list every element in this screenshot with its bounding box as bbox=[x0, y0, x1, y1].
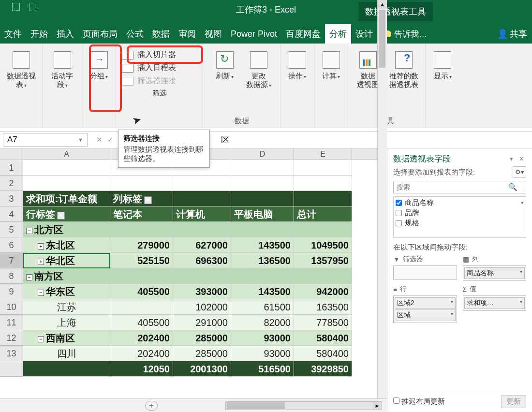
tab-analyze[interactable]: 分析 bbox=[325, 24, 351, 44]
row-header[interactable]: 11 bbox=[0, 315, 23, 330]
chart-icon bbox=[359, 51, 377, 69]
enter-icon[interactable]: ✓ bbox=[107, 135, 114, 144]
group-button[interactable]: 分组 bbox=[84, 45, 115, 125]
collapse-icon[interactable]: − bbox=[38, 290, 44, 296]
tab-design[interactable]: 设计 bbox=[351, 24, 377, 44]
ribbon-group-activefield: 活动字段 bbox=[43, 44, 82, 128]
field-item[interactable]: 商品名称▾ bbox=[396, 198, 524, 208]
slicer-icon bbox=[122, 51, 133, 59]
tab-data[interactable]: 数据 bbox=[148, 24, 174, 44]
activefield-button[interactable]: 活动字段 bbox=[45, 45, 79, 125]
tab-review[interactable]: 审阅 bbox=[174, 24, 200, 44]
dropdown-icon[interactable]: ▾ bbox=[57, 212, 65, 220]
horizontal-scrollbar[interactable]: ◄ ► bbox=[225, 401, 382, 410]
area-columns[interactable]: ▥列 商品名称▾ bbox=[463, 255, 527, 281]
panel-title-bar: 数据透视表字段 ▾ ✕ bbox=[387, 148, 532, 166]
tell-me[interactable]: 告诉我… bbox=[384, 29, 427, 40]
ribbon-group-calc: 计算 bbox=[314, 44, 348, 128]
scroll-thumb[interactable] bbox=[227, 402, 285, 409]
ribbon-group-data: 刷新 更改 数据源 数据 bbox=[203, 44, 281, 128]
sigma-icon: Σ bbox=[463, 285, 467, 293]
ribbon-group-filter: 插入切片器 插入日程表 筛选器连接 筛选 bbox=[116, 44, 203, 128]
panel-controls[interactable]: ▾ ✕ bbox=[510, 155, 526, 162]
gear-icon[interactable]: ⚙▾ bbox=[513, 166, 526, 178]
cancel-icon[interactable]: ✕ bbox=[96, 135, 103, 144]
collapse-icon[interactable]: − bbox=[26, 274, 32, 280]
pivottable-button[interactable]: 数据透视表 bbox=[3, 45, 39, 125]
dropdown-icon[interactable]: ▾ bbox=[144, 196, 152, 204]
pivottable-icon bbox=[13, 51, 30, 69]
calc-button[interactable]: 计算 bbox=[316, 45, 347, 125]
qat-item[interactable] bbox=[30, 3, 37, 11]
tab-home[interactable]: 开始 bbox=[26, 24, 52, 44]
row-header[interactable]: 13 bbox=[0, 346, 23, 361]
search-input[interactable] bbox=[393, 181, 526, 193]
add-sheet-button[interactable]: + bbox=[145, 401, 158, 411]
chevron-down-icon[interactable]: ▾ bbox=[521, 200, 524, 206]
refresh-icon bbox=[216, 51, 234, 69]
expand-icon[interactable]: + bbox=[38, 243, 44, 250]
field-chip[interactable]: 区域2▾ bbox=[395, 297, 456, 309]
tab-baidu[interactable]: 百度网盘 bbox=[281, 24, 325, 44]
recommended-button[interactable]: 推荐的数 据透视表 bbox=[386, 45, 421, 116]
tab-powerpivot[interactable]: Power Pivot bbox=[226, 25, 281, 43]
formula-content[interactable]: 区 bbox=[221, 134, 230, 146]
window-title: 工作簿3 - Excel bbox=[236, 4, 296, 15]
row-header[interactable]: 6 bbox=[0, 237, 23, 253]
field-chip[interactable]: 区域▾ bbox=[395, 309, 456, 321]
vertical-scrollbar[interactable]: ▲ bbox=[377, 0, 387, 398]
collapse-icon[interactable]: − bbox=[38, 336, 44, 342]
name-box[interactable]: A7▼ bbox=[3, 133, 88, 147]
row-header[interactable]: 12 bbox=[0, 330, 23, 346]
insert-timeline-button[interactable]: 插入日程表 bbox=[119, 61, 179, 74]
field-item[interactable]: 规格 bbox=[396, 218, 524, 228]
col-header-d[interactable]: D bbox=[231, 148, 294, 160]
row-header[interactable] bbox=[0, 361, 23, 377]
scroll-right-icon[interactable]: ► bbox=[373, 402, 382, 410]
scroll-thumb[interactable] bbox=[379, 10, 385, 68]
tab-layout[interactable]: 页面布局 bbox=[78, 24, 122, 44]
row-header[interactable]: 5 bbox=[0, 222, 23, 237]
collapse-icon[interactable]: − bbox=[26, 228, 32, 234]
area-rows[interactable]: ≡行 区域2▾ 区域▾ bbox=[393, 285, 457, 323]
show-button[interactable]: 显示 bbox=[427, 45, 458, 125]
row-header[interactable]: 3 bbox=[0, 191, 23, 206]
area-filters[interactable]: ▼筛选器 bbox=[393, 255, 457, 281]
scroll-up-icon[interactable]: ▲ bbox=[378, 0, 387, 9]
field-search: 🔍 bbox=[393, 181, 526, 193]
area-values[interactable]: Σ值 求和项…▾ bbox=[463, 285, 527, 323]
tab-file[interactable]: 文件 bbox=[0, 24, 26, 44]
tab-insert[interactable]: 插入 bbox=[52, 24, 78, 44]
expand-icon[interactable]: + bbox=[38, 259, 44, 265]
field-chip[interactable]: 商品名称▾ bbox=[464, 267, 525, 279]
col-header-e[interactable]: E bbox=[294, 148, 352, 160]
chevron-down-icon[interactable]: ▼ bbox=[78, 137, 83, 143]
insert-slicer-button[interactable]: 插入切片器 bbox=[119, 48, 179, 61]
defer-layout-checkbox[interactable]: 推迟布局更新 bbox=[393, 397, 445, 406]
tab-view[interactable]: 视图 bbox=[200, 24, 226, 44]
row-header[interactable]: 8 bbox=[0, 268, 23, 284]
row-header[interactable]: 9 bbox=[0, 284, 23, 299]
row-header[interactable]: 4 bbox=[0, 206, 23, 222]
ribbon-tabs: 文件 开始 插入 页面布局 公式 数据 审阅 视图 Power Pivot 百度… bbox=[0, 24, 532, 44]
row-header[interactable]: 1 bbox=[0, 160, 23, 176]
change-source-button[interactable]: 更改 数据源 bbox=[243, 45, 274, 116]
ribbon: 数据透视表 活动字段 分组 插入切片器 插入日程表 筛选器连接 筛选 刷新 更改… bbox=[0, 44, 532, 128]
row-header[interactable]: 7 bbox=[0, 253, 23, 268]
row-header[interactable]: 10 bbox=[0, 299, 23, 315]
refresh-button[interactable]: 刷新 bbox=[209, 45, 240, 116]
share-button[interactable]: 👤 共享 bbox=[497, 28, 527, 40]
select-all-corner[interactable] bbox=[0, 148, 23, 160]
field-chip[interactable]: 求和项…▾ bbox=[464, 297, 525, 309]
update-button: 更新 bbox=[501, 395, 526, 408]
tab-formulas[interactable]: 公式 bbox=[122, 24, 148, 44]
field-icon bbox=[54, 51, 71, 69]
actions-button[interactable]: 操作 bbox=[282, 45, 313, 125]
field-list[interactable]: 商品名称▾ 品牌 规格 bbox=[393, 196, 526, 238]
row-header[interactable]: 2 bbox=[0, 176, 23, 191]
col-header-a[interactable]: A bbox=[23, 148, 110, 160]
qat-item[interactable] bbox=[12, 3, 20, 11]
search-icon[interactable]: 🔍 bbox=[508, 183, 517, 191]
field-item[interactable]: 品牌 bbox=[396, 208, 524, 218]
worksheet[interactable]: A B C D E 1 2 3 求和项:订单金额 列标签▾ 4 行标签▾ 笔记本… bbox=[0, 148, 387, 412]
